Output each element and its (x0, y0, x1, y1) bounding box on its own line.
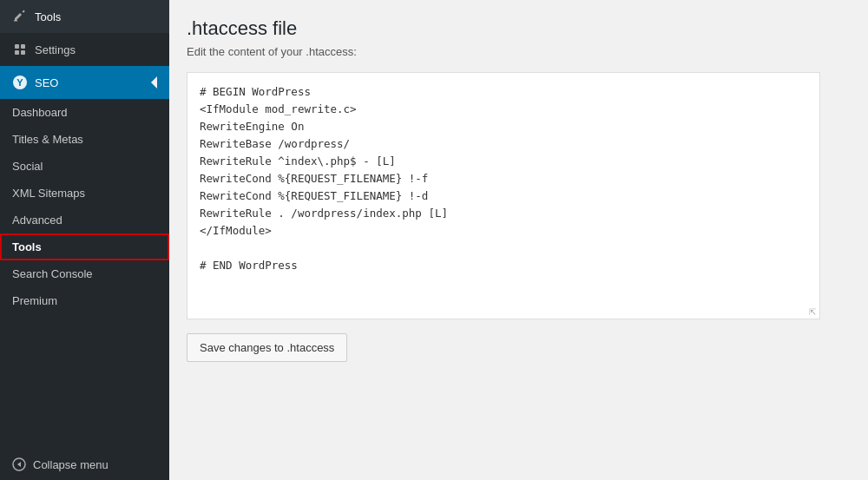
collapse-menu-button[interactable]: Collapse menu (0, 449, 169, 480)
sidebar-subitem-social[interactable]: Social (0, 153, 169, 180)
sidebar-subitem-dashboard[interactable]: Dashboard (0, 99, 169, 126)
page-subtitle: Edit the content of your .htaccess: (187, 45, 851, 58)
htaccess-editor-container: ⇱ (187, 72, 820, 319)
main-content: .htaccess file Edit the content of your … (169, 0, 868, 480)
sidebar-subitem-search-console[interactable]: Search Console (0, 260, 169, 287)
sidebar-item-seo-label: SEO (35, 76, 58, 89)
yoast-icon: Y (12, 75, 28, 90)
svg-rect-3 (15, 50, 19, 55)
collapse-menu-label: Collapse menu (33, 458, 108, 471)
sidebar-subitem-titles-metas[interactable]: Titles & Metas (0, 126, 169, 153)
svg-rect-2 (21, 44, 25, 49)
sidebar-subitem-xml-sitemaps[interactable]: XML Sitemaps (0, 180, 169, 207)
sidebar-item-tools[interactable]: Tools (0, 0, 169, 33)
resize-handle: ⇱ (807, 306, 818, 317)
collapse-icon (12, 457, 26, 471)
sidebar-subitem-advanced[interactable]: Advanced (0, 207, 169, 233)
svg-marker-8 (17, 462, 21, 467)
svg-text:Y: Y (16, 77, 23, 88)
svg-rect-0 (14, 20, 17, 22)
sidebar-subitem-premium[interactable]: Premium (0, 287, 169, 314)
svg-rect-4 (21, 50, 25, 55)
save-htaccess-button[interactable]: Save changes to .htaccess (187, 333, 347, 362)
seo-arrow-icon (151, 76, 157, 89)
sidebar-item-seo[interactable]: Y SEO (0, 66, 169, 99)
htaccess-textarea[interactable] (187, 73, 819, 316)
sidebar-subitem-tools[interactable]: Tools (0, 233, 169, 260)
sidebar: Tools Settings Y SEO Dashboard Titles & … (0, 0, 169, 480)
sidebar-item-settings[interactable]: Settings (0, 33, 169, 66)
page-title: .htaccess file (187, 17, 851, 40)
svg-rect-1 (15, 44, 19, 49)
sidebar-item-settings-label: Settings (35, 43, 76, 56)
settings-icon (12, 42, 28, 57)
wrench-icon (12, 9, 28, 24)
sidebar-item-tools-label: Tools (35, 10, 61, 23)
